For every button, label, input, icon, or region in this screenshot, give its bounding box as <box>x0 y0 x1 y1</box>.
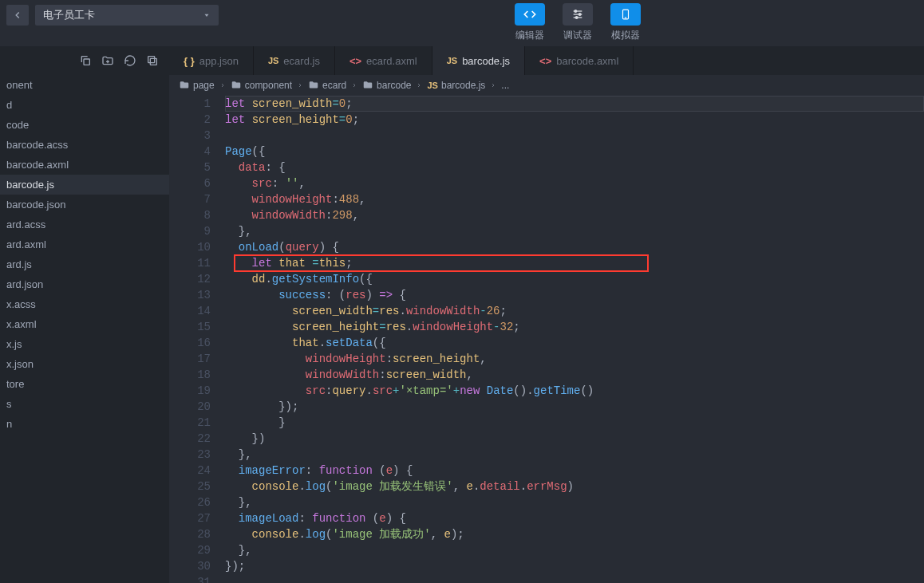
code-line[interactable]: let screen_height=0; <box>225 112 924 128</box>
code-content[interactable]: let screen_width=0;let screen_height=0;P… <box>225 96 924 583</box>
tab-bar: { }app.jsonJSecard.js<>ecard.axmlJSbarco… <box>0 46 924 75</box>
toolbar-left: 电子员工卡 <box>0 0 219 26</box>
breadcrumb-label: barcode.js <box>441 80 485 91</box>
tab-app-json[interactable]: { }app.json <box>169 46 254 75</box>
js-file-icon: JS <box>447 56 457 65</box>
file-item[interactable]: tore <box>0 374 169 394</box>
chevron-right-icon <box>488 82 498 89</box>
breadcrumb-item[interactable]: ... <box>501 80 509 91</box>
tab-ecard-js[interactable]: JSecard.js <box>254 46 335 75</box>
file-item[interactable]: x.acss <box>0 294 169 314</box>
code-line[interactable]: that.setData({ <box>225 335 924 351</box>
file-item[interactable]: onent <box>0 75 169 95</box>
code-line[interactable]: imageError: function (e) { <box>225 463 924 479</box>
file-item[interactable]: code <box>0 115 169 135</box>
svg-point-5 <box>578 14 581 16</box>
editor-pane: pagecomponentecardbarcodeJSbarcode.js...… <box>169 75 924 583</box>
code-line[interactable]: }) <box>225 431 924 447</box>
code-line[interactable] <box>225 574 924 583</box>
phone-icon <box>610 3 641 26</box>
file-item[interactable]: x.axml <box>0 314 169 334</box>
chevron-right-icon <box>414 82 424 89</box>
code-line[interactable]: windowHeight:488, <box>225 191 924 207</box>
tab-label: ecard.js <box>283 55 320 67</box>
file-item[interactable]: ard.acss <box>0 215 169 234</box>
code-line[interactable]: success: (res) => { <box>225 287 924 303</box>
mode-label: 编辑器 <box>515 29 544 42</box>
code-line[interactable]: src:query.src+'×tamp='+new Date().getTim… <box>225 383 924 399</box>
svg-rect-12 <box>148 57 155 63</box>
breadcrumb-item[interactable]: component <box>231 80 292 91</box>
project-dropdown[interactable]: 电子员工卡 <box>35 5 219 26</box>
code-line[interactable]: dd.getSystemInfo({ <box>225 271 924 287</box>
code-line[interactable]: console.log('image 加载成功', e); <box>225 526 924 542</box>
breadcrumb-label: barcode <box>377 80 411 91</box>
code-line[interactable]: }, <box>225 542 924 558</box>
tab-ecard-axml[interactable]: <>ecard.axml <box>335 46 432 75</box>
project-name: 电子员工卡 <box>43 8 95 22</box>
chevron-right-icon <box>349 82 359 89</box>
back-button[interactable] <box>6 5 29 26</box>
breadcrumb-label: ecard <box>322 80 346 91</box>
mode-button-code[interactable]: 编辑器 <box>511 3 549 42</box>
svg-rect-13 <box>150 58 156 65</box>
chevron-right-icon <box>218 82 227 89</box>
tab-barcode-axml[interactable]: <>barcode.axml <box>525 46 634 75</box>
breadcrumb-item[interactable]: barcode <box>362 80 411 91</box>
code-line[interactable]: screen_height=res.windowHeight-32; <box>225 319 924 335</box>
file-item[interactable]: n <box>0 414 169 434</box>
code-line[interactable]: }, <box>225 447 924 463</box>
file-item[interactable]: x.json <box>0 354 169 374</box>
file-item[interactable]: ard.js <box>0 254 169 274</box>
code-line[interactable]: data: { <box>225 160 924 175</box>
code-area[interactable]: 1234567891011121314151617181920212223242… <box>169 96 924 583</box>
breadcrumb-label: ... <box>501 80 509 91</box>
refresh-icon[interactable] <box>123 53 137 68</box>
copy-icon[interactable] <box>78 53 93 68</box>
file-item[interactable]: ard.json <box>0 274 169 294</box>
code-line[interactable]: windowWidth:screen_width, <box>225 367 924 383</box>
file-item[interactable]: d <box>0 95 169 115</box>
code-line[interactable]: let screen_width=0; <box>225 96 924 112</box>
breadcrumb-item[interactable]: JSbarcode.js <box>427 80 485 91</box>
mode-button-sliders[interactable]: 调试器 <box>559 3 597 42</box>
breadcrumb-label: component <box>245 80 292 91</box>
code-line[interactable]: console.log('image 加载发生错误', e.detail.err… <box>225 479 924 494</box>
file-item[interactable]: barcode.axml <box>0 155 169 175</box>
mode-button-phone[interactable]: 模拟器 <box>606 3 645 42</box>
mode-label: 调试器 <box>563 29 592 42</box>
code-line[interactable]: imageLoad: function (e) { <box>225 510 924 526</box>
file-item[interactable]: ard.axml <box>0 234 169 254</box>
code-line[interactable]: }, <box>225 494 924 510</box>
code-line[interactable]: onLoad(query) { <box>225 239 924 255</box>
new-folder-icon[interactable] <box>101 53 115 68</box>
code-line[interactable]: windowWidth:298, <box>225 207 924 223</box>
file-explorer: onentdcodebarcode.acssbarcode.axmlbarcod… <box>0 75 169 583</box>
top-toolbar: 电子员工卡 编辑器调试器模拟器 <box>0 0 924 46</box>
code-line[interactable]: Page({ <box>225 144 924 160</box>
tab-label: ecard.axml <box>366 55 417 67</box>
code-line[interactable]: src: '', <box>225 175 924 191</box>
code-line[interactable]: screen_width=res.windowWidth-26; <box>225 303 924 319</box>
svg-point-4 <box>575 10 577 13</box>
file-item[interactable]: barcode.acss <box>0 135 169 155</box>
tab-label: barcode.js <box>462 55 510 67</box>
code-line[interactable]: let that =this; <box>225 255 924 271</box>
breadcrumb-item[interactable]: page <box>179 80 215 91</box>
code-line[interactable]: }); <box>225 558 924 574</box>
file-item[interactable]: x.js <box>0 334 169 354</box>
tab-barcode-js[interactable]: JSbarcode.js <box>432 46 525 75</box>
code-line[interactable]: } <box>225 415 924 431</box>
file-item[interactable]: barcode.js <box>0 175 169 195</box>
code-line[interactable]: }); <box>225 399 924 415</box>
file-item[interactable]: barcode.json <box>0 195 169 215</box>
code-icon <box>515 3 545 26</box>
svg-rect-9 <box>84 59 89 65</box>
file-item[interactable]: s <box>0 394 169 414</box>
code-line[interactable] <box>225 128 924 144</box>
save-all-icon[interactable] <box>145 53 160 68</box>
breadcrumb-item[interactable]: ecard <box>308 80 346 91</box>
code-line[interactable]: }, <box>225 223 924 239</box>
code-line[interactable]: windowHeight:screen_height, <box>225 351 924 367</box>
sliders-icon <box>563 3 593 26</box>
